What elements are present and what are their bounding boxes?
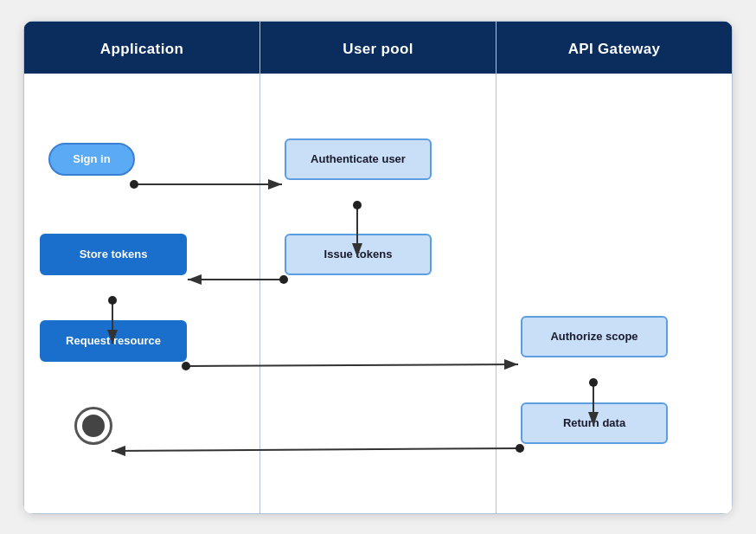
authorize-scope-node: Authorize scope [521, 316, 668, 357]
store-tokens-node: Store tokens [40, 234, 187, 275]
request-resource-node: Request resource [40, 320, 187, 362]
columns-layout: Application Sign in Store tokens Request… [23, 21, 733, 514]
return-data-node: Return data [521, 402, 668, 444]
column-header-user-pool: User pool [260, 22, 496, 74]
column-header-api-gateway: API Gateway [497, 22, 732, 74]
column-user-pool: User pool Authenticate user Issue tokens [259, 21, 496, 514]
diagram-container: Application Sign in Store tokens Request… [23, 21, 733, 514]
issue-tokens-node: Issue tokens [285, 234, 432, 275]
column-api-gateway: API Gateway Authorize scope Return data [496, 21, 733, 514]
end-node-inner [82, 415, 105, 437]
authenticate-user-node: Authenticate user [285, 138, 432, 180]
end-node [74, 407, 112, 445]
sign-in-node: Sign in [48, 143, 135, 176]
column-body-application: Sign in Store tokens Request resource [24, 74, 259, 513]
column-body-api-gateway: Authorize scope Return data [497, 74, 732, 513]
column-header-application: Application [24, 22, 259, 74]
column-application: Application Sign in Store tokens Request… [23, 21, 259, 514]
column-body-user-pool: Authenticate user Issue tokens [260, 74, 496, 513]
